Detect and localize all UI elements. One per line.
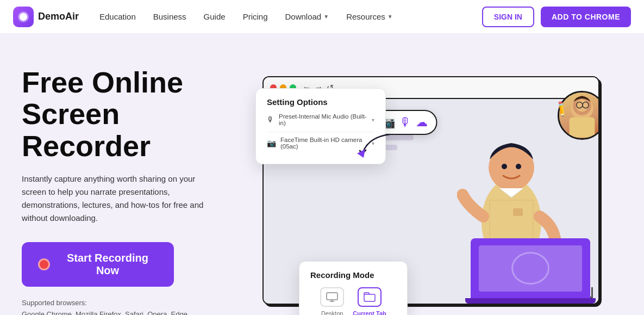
nav-links: Education Business Guide Pricing Downloa…	[92, 8, 482, 26]
svg-point-12	[576, 100, 587, 112]
arrow-decoration	[357, 132, 401, 164]
add-to-chrome-button[interactable]: ADD TO CHROME	[541, 7, 631, 27]
tab-icon	[358, 287, 382, 307]
record-button-label: Start Recording Now	[58, 252, 158, 277]
hero-right: ← → ↺ 📷	[228, 34, 644, 315]
hero-description: Instantly capture anything worth sharing…	[22, 172, 217, 225]
svg-rect-6	[513, 208, 523, 216]
chevron-down-icon: ▾	[372, 117, 374, 123]
current-tab-mode-label: Current Tab	[353, 310, 386, 315]
current-tab-mode-option[interactable]: Current Tab	[353, 287, 386, 315]
svg-point-4	[516, 164, 521, 169]
settings-row-audio: 🎙 Preset-Internal Mic Audio (Built-in) ▾	[267, 113, 374, 126]
nav-business[interactable]: Business	[146, 8, 194, 26]
hero-left: Free Online Screen Recorder Instantly ca…	[0, 34, 228, 315]
hero-section: Free Online Screen Recorder Instantly ca…	[0, 34, 644, 315]
nav-education[interactable]: Education	[92, 8, 143, 26]
nav-download[interactable]: Download ▼	[278, 8, 337, 26]
recording-modes: Desktop Current Tab	[310, 287, 396, 315]
settings-card-title: Setting Options	[267, 97, 374, 107]
microphone-icon: 🎙	[267, 115, 274, 124]
nav-guide[interactable]: Guide	[196, 8, 233, 26]
nav-resources[interactable]: Resources ▼	[339, 8, 401, 26]
svg-point-3	[502, 164, 507, 169]
supported-browsers: Supported browsers: Google Chrome, Mozil…	[22, 298, 228, 315]
desktop-mode-option[interactable]: Desktop	[320, 287, 344, 315]
recording-mode-card: Recording Mode Desktop Current Tab	[299, 261, 408, 315]
recording-card-title: Recording Mode	[310, 270, 396, 280]
svg-rect-19	[364, 294, 375, 301]
laptop-illustration	[462, 238, 598, 304]
svg-rect-16	[327, 293, 337, 300]
desktop-icon	[320, 287, 344, 307]
chevron-down-icon: ▼	[323, 14, 329, 20]
chevron-down-icon: ▼	[387, 14, 393, 20]
microphone-icon: 🎙	[399, 115, 411, 129]
navbar: DemoAir Education Business Guide Pricing…	[0, 0, 644, 34]
nav-pricing[interactable]: Pricing	[235, 8, 276, 26]
desktop-mode-label: Desktop	[321, 310, 343, 315]
svg-marker-0	[357, 149, 365, 158]
brand-name: DemoAir	[38, 11, 79, 22]
hero-title: Free Online Screen Recorder	[22, 66, 228, 162]
logo[interactable]: DemoAir	[13, 7, 79, 27]
upload-icon: ☁	[416, 115, 428, 129]
logo-icon	[13, 7, 34, 27]
record-dot-icon	[38, 258, 50, 270]
camera-icon: 📷	[267, 139, 276, 147]
start-recording-button[interactable]: Start Recording Now	[22, 242, 174, 287]
svg-rect-11	[569, 118, 595, 138]
nav-actions: SIGN IN ADD TO CHROME	[482, 7, 631, 27]
sign-in-button[interactable]: SIGN IN	[482, 7, 534, 27]
